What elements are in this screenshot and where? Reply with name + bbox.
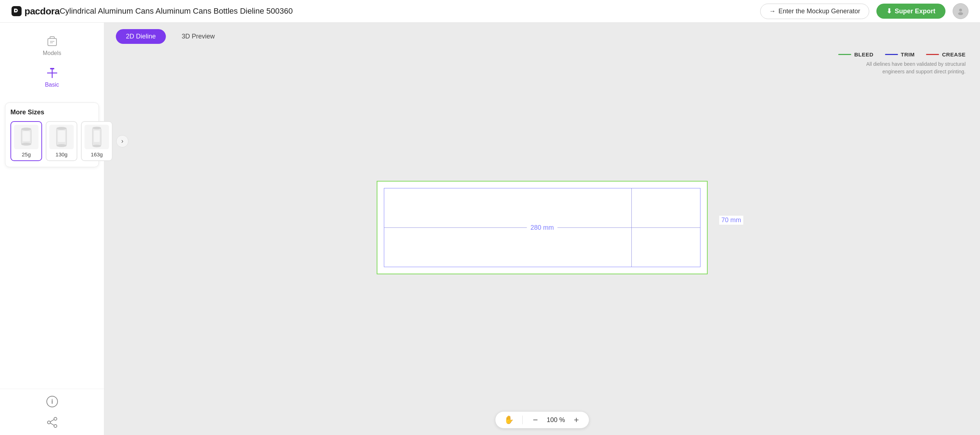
zoom-percent: 100 % <box>545 416 566 424</box>
info-icon: i <box>46 395 58 408</box>
svg-point-1 <box>15 10 17 11</box>
share-button[interactable] <box>45 416 59 429</box>
bottom-bar: ✋ − 100 % + <box>104 405 980 435</box>
sidebar-item-basic[interactable]: Basic <box>0 62 104 93</box>
svg-rect-9 <box>50 68 54 69</box>
svg-point-20 <box>92 127 101 129</box>
logo-text: pacdora <box>24 6 60 17</box>
size-cards: 25g 130g <box>10 121 94 161</box>
svg-rect-19 <box>94 130 100 142</box>
tab-2d-dieline[interactable]: 2D Dieline <box>116 29 166 44</box>
next-arrow-button[interactable]: › <box>116 135 129 148</box>
info-button[interactable]: i <box>45 395 59 408</box>
share-icon <box>46 416 58 429</box>
main-content: 2D Dieline 3D Preview BLEED TRIM CREASE … <box>104 23 980 435</box>
canvas-area[interactable]: 280 mm 70 mm <box>104 50 980 405</box>
super-export-button[interactable]: ⬇ Super Export <box>877 3 945 19</box>
models-icon <box>46 35 59 48</box>
zoom-in-button[interactable]: + <box>573 416 580 424</box>
super-export-label: Super Export <box>895 8 935 15</box>
sidebar-top: Models Basic <box>0 23 104 97</box>
sidebar: Models Basic More Sizes <box>0 23 104 435</box>
arrow-right-icon: → <box>769 8 776 15</box>
avatar-icon <box>957 7 964 15</box>
svg-point-21 <box>92 145 101 148</box>
size-card-img-0 <box>14 125 38 149</box>
svg-point-12 <box>21 128 31 130</box>
svg-point-3 <box>958 12 963 15</box>
zoom-bar: ✋ − 100 % + <box>495 411 589 429</box>
svg-text:i: i <box>51 398 53 405</box>
logo-icon <box>11 6 22 16</box>
dimension-line-v <box>632 188 632 267</box>
dimension-v-label: 70 mm <box>719 216 743 225</box>
zoom-out-button[interactable]: − <box>531 416 539 424</box>
svg-line-27 <box>50 419 54 422</box>
zoom-divider <box>522 416 523 424</box>
dimension-h-label: 280 mm <box>527 223 557 232</box>
tab-3d-preview[interactable]: 3D Preview <box>172 29 225 44</box>
can-img-0 <box>16 126 37 148</box>
can-img-1 <box>51 126 72 148</box>
svg-rect-11 <box>23 131 30 141</box>
mockup-generator-button[interactable]: → Enter the Mockup Generator <box>760 3 869 19</box>
svg-point-26 <box>54 425 57 427</box>
logo[interactable]: pacdora <box>11 6 60 17</box>
header: pacdora Cylindrical Aluminum Cans Alumin… <box>0 0 980 23</box>
svg-line-28 <box>50 423 54 425</box>
more-sizes-title: More Sizes <box>10 109 94 116</box>
svg-rect-4 <box>48 38 56 46</box>
size-card-0[interactable]: 25g <box>10 121 42 161</box>
svg-point-17 <box>56 144 67 147</box>
toolbar: 2D Dieline 3D Preview <box>104 23 980 50</box>
size-card-label-2: 163g <box>91 151 103 157</box>
basic-icon <box>46 67 59 79</box>
size-card-1[interactable]: 130g <box>46 121 77 161</box>
svg-point-2 <box>959 9 962 11</box>
more-sizes-panel: More Sizes 25g <box>5 102 99 167</box>
size-card-label-1: 130g <box>56 151 67 157</box>
dieline-outer: 280 mm 70 mm <box>377 181 708 274</box>
svg-point-16 <box>56 127 67 130</box>
size-card-img-1 <box>49 125 74 149</box>
page-title: Cylindrical Aluminum Cans Aluminum Cans … <box>60 6 760 16</box>
dimension-line-h: 280 mm <box>384 227 700 228</box>
dieline-inner: 280 mm 70 mm <box>384 188 700 267</box>
svg-point-24 <box>54 418 57 420</box>
download-icon: ⬇ <box>886 7 892 15</box>
user-avatar[interactable] <box>953 3 969 19</box>
size-card-2[interactable]: 163g <box>81 121 113 161</box>
sidebar-bottom: i <box>0 389 104 435</box>
size-card-img-2 <box>84 125 109 149</box>
svg-rect-15 <box>58 130 65 142</box>
can-img-2 <box>86 126 108 148</box>
svg-point-25 <box>48 421 50 424</box>
hand-tool-icon[interactable]: ✋ <box>504 415 514 425</box>
mockup-generator-label: Enter the Mockup Generator <box>778 8 860 15</box>
sidebar-item-models[interactable]: Models <box>0 30 104 62</box>
models-label: Models <box>43 50 62 56</box>
basic-label: Basic <box>45 82 59 88</box>
header-actions: → Enter the Mockup Generator ⬇ Super Exp… <box>760 3 969 19</box>
size-card-label-0: 25g <box>22 151 30 157</box>
svg-point-13 <box>21 143 31 146</box>
